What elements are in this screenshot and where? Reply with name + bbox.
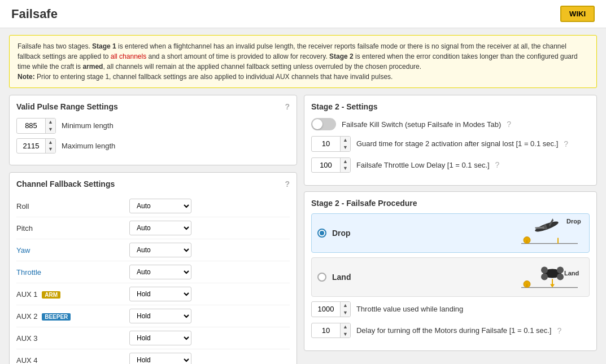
fallback-row-yaw: Yaw AutoHoldSet (16, 239, 290, 261)
land-option[interactable]: Land (311, 257, 590, 297)
drop-radio[interactable] (317, 229, 326, 238)
min-length-input[interactable]: ▲ ▼ (16, 118, 56, 134)
fallback-select-wrapper[interactable]: AutoHoldSet (129, 309, 191, 323)
fallback-select-wrapper[interactable]: AutoHoldSet (129, 287, 191, 301)
fallback-select-wrapper[interactable]: AutoHoldSet (129, 353, 191, 364)
motor-delay-up[interactable]: ▲ (341, 323, 350, 331)
throttle-value-input[interactable]: ▲ ▼ (311, 301, 351, 317)
min-length-field[interactable] (17, 120, 45, 131)
guard-time-input[interactable]: ▲ ▼ (311, 136, 351, 152)
fallback-select-wrapper[interactable]: AutoHoldSet (129, 199, 191, 213)
fallback-row-aux1: AUX 1 ARM AutoHoldSet (16, 283, 290, 305)
throttle-delay-field[interactable] (312, 159, 340, 171)
throttle-delay-input[interactable]: ▲ ▼ (311, 157, 351, 173)
fallback-tag: BEEPER (42, 313, 71, 321)
wiki-button[interactable]: WIKI (560, 6, 595, 22)
fallback-select-wrapper[interactable]: AutoHoldSet (129, 331, 191, 345)
fallback-channel-label: Roll (16, 202, 129, 210)
stage2-settings-section: Stage 2 - Settings Failsafe Kill Switch … (304, 95, 597, 186)
throttle-value-up[interactable]: ▲ (341, 302, 350, 309)
valid-pulse-help-icon[interactable]: ? (285, 102, 290, 111)
fallback-label-link[interactable]: Yaw (16, 246, 30, 255)
fallback-label-link[interactable]: Throttle (16, 268, 41, 277)
fallback-tag: ARM (42, 291, 60, 299)
motor-delay-help-icon[interactable]: ? (557, 326, 561, 335)
fallback-row-aux2: AUX 2 BEEPER AutoHoldSet (16, 305, 290, 327)
fallback-select[interactable]: AutoHoldSet (129, 243, 191, 257)
throttle-value-field[interactable] (312, 303, 340, 315)
min-length-row: ▲ ▼ Minimum length (16, 118, 290, 134)
channel-fallback-section: Channel Fallback Settings ? Roll AutoHol… (9, 172, 297, 364)
guard-time-down[interactable]: ▼ (341, 144, 350, 151)
min-length-down[interactable]: ▼ (46, 126, 55, 133)
fallback-channel-label: Throttle (16, 268, 129, 277)
fallback-select-wrapper[interactable]: AutoHoldSet (129, 265, 191, 279)
valid-pulse-title: Valid Pulse Range Settings (16, 102, 118, 111)
fallback-label-text: Pitch (16, 224, 33, 233)
guard-time-help-icon[interactable]: ? (564, 139, 568, 148)
max-length-input[interactable]: ▲ ▼ (16, 138, 56, 154)
min-length-label: Minimum length (62, 121, 114, 130)
throttle-value-down[interactable]: ▼ (341, 309, 350, 317)
motor-delay-input[interactable]: ▲ ▼ (311, 323, 351, 339)
motor-delay-down[interactable]: ▼ (341, 331, 350, 338)
fallback-label-text: Roll (16, 202, 29, 210)
fallback-select-wrapper[interactable]: AutoHoldSet (129, 243, 191, 257)
fallback-select-wrapper[interactable]: AutoHoldSet (129, 221, 191, 235)
land-illustration: Land (510, 260, 583, 295)
min-length-up[interactable]: ▲ (46, 119, 55, 126)
throttle-delay-help-icon[interactable]: ? (495, 160, 500, 169)
stage2-procedure-section: Stage 2 - Failsafe Procedure Drop (304, 191, 597, 351)
svg-point-16 (557, 274, 564, 280)
fallback-channel-label: AUX 1 ARM (16, 290, 129, 299)
fallback-select[interactable]: AutoHoldSet (129, 265, 191, 279)
motor-delay-field[interactable] (312, 324, 340, 336)
fallback-select[interactable]: AutoHoldSet (129, 221, 191, 235)
throttle-delay-label: Failsafe Throttle Low Delay [1 = 0.1 sec… (356, 161, 490, 169)
info-text1: Failsafe has two stages. Stage 1 is ente… (18, 42, 578, 71)
info-box: Failsafe has two stages. Stage 1 is ente… (9, 35, 597, 88)
fallback-row-aux4: AUX 4 AutoHoldSet (16, 349, 290, 364)
land-label: Land (332, 273, 366, 282)
land-radio[interactable] (317, 273, 326, 282)
fallback-rows-container: Roll AutoHoldSet Pitch AutoHoldSet Yaw A… (16, 195, 290, 364)
guard-time-label: Guard time for stage 2 activation after … (356, 139, 558, 148)
fallback-select[interactable]: AutoHoldSet (129, 353, 191, 364)
svg-text:Land: Land (564, 270, 579, 277)
max-length-up[interactable]: ▲ (46, 139, 55, 146)
valid-pulse-section: Valid Pulse Range Settings ? ▲ ▼ Minimum… (9, 95, 297, 165)
drop-illustration: Drop (510, 216, 583, 251)
kill-switch-row: Failsafe Kill Switch (setup Failsafe in … (311, 118, 590, 130)
svg-point-14 (557, 267, 564, 274)
kill-switch-help-icon[interactable]: ? (507, 120, 511, 129)
fallback-label-text: AUX 2 (16, 312, 38, 321)
drop-option[interactable]: Drop (311, 213, 590, 253)
fallback-select[interactable]: AutoHoldSet (129, 199, 191, 213)
fallback-select[interactable]: AutoHoldSet (129, 287, 191, 301)
info-note: Note: Prior to entering stage 1, channel… (18, 73, 393, 81)
guard-time-row: ▲ ▼ Guard time for stage 2 activation af… (311, 136, 590, 152)
fallback-select[interactable]: AutoHoldSet (129, 331, 191, 345)
stage2-settings-title: Stage 2 - Settings (311, 102, 377, 111)
max-length-down[interactable]: ▼ (46, 146, 55, 153)
svg-point-13 (541, 267, 548, 274)
fallback-label-text: AUX 1 (16, 290, 38, 299)
page-title: Failsafe (11, 7, 58, 21)
max-length-field[interactable] (17, 140, 45, 152)
channel-fallback-help-icon[interactable]: ? (285, 179, 290, 188)
fallback-channel-label: AUX 3 (16, 334, 129, 343)
throttle-delay-up[interactable]: ▲ (341, 158, 350, 165)
fallback-row-roll: Roll AutoHoldSet (16, 195, 290, 217)
guard-time-up[interactable]: ▲ (341, 137, 350, 144)
procedure-title: Stage 2 - Failsafe Procedure (311, 199, 590, 208)
guard-time-field[interactable] (312, 138, 340, 150)
throttle-delay-down[interactable]: ▼ (341, 165, 350, 172)
fallback-channel-label: AUX 2 BEEPER (16, 312, 129, 321)
fallback-channel-label: Pitch (16, 224, 129, 233)
fallback-label-text: AUX 4 (16, 356, 38, 364)
fallback-select[interactable]: AutoHoldSet (129, 309, 191, 323)
svg-marker-18 (550, 284, 555, 288)
svg-point-15 (541, 274, 548, 280)
throttle-delay-row: ▲ ▼ Failsafe Throttle Low Delay [1 = 0.1… (311, 157, 590, 173)
kill-switch-toggle[interactable] (311, 118, 336, 130)
